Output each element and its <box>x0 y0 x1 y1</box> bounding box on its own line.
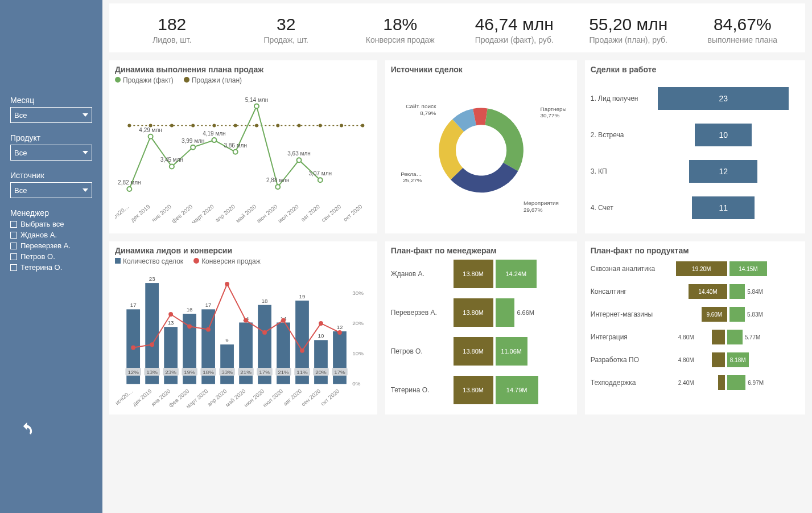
pf-manager-row: Петров О.13.80M11.06M <box>391 335 571 368</box>
svg-point-100 <box>131 346 135 350</box>
svg-text:ноя20…: ноя20… <box>115 388 134 406</box>
svg-point-13 <box>149 134 153 139</box>
panel-pf-managers: План-факт по менеджерам Жданов А.13.80M1… <box>385 241 577 414</box>
pf-fact-value: 5.83M <box>745 311 765 318</box>
manager-option-label: Жданов А. <box>20 231 57 239</box>
manager-option[interactable]: Жданов А. <box>10 231 92 239</box>
kpi-card: 182Лидов, шт. <box>115 15 229 44</box>
pf-product-row: Сквозная аналитика19.20M14.15M <box>591 257 799 280</box>
svg-text:20%: 20% <box>352 320 364 326</box>
checkbox-icon <box>10 264 17 271</box>
kpi-value: 84,67% <box>686 15 800 34</box>
kpi-value: 182 <box>115 15 229 34</box>
pf-manager-label: Жданов А. <box>391 270 454 278</box>
filter-manager-label: Менеджер <box>10 208 92 217</box>
filter-month-label: Месяц <box>10 96 92 105</box>
manager-option[interactable]: Тетерина О. <box>10 263 92 272</box>
manager-select-all[interactable]: Выбрать все <box>10 220 92 228</box>
svg-text:9: 9 <box>225 337 228 343</box>
svg-text:4,29 млн: 4,29 млн <box>139 127 162 133</box>
funnel-stage-label: 3. КП <box>591 167 648 175</box>
filter-month-dropdown[interactable]: Все <box>10 107 92 123</box>
svg-point-16 <box>212 138 216 142</box>
pf-fact-value: 5.84M <box>745 289 765 295</box>
checkbox-icon <box>10 232 17 239</box>
svg-text:29,67%: 29,67% <box>524 207 543 213</box>
pf-product-label: Интеграция <box>591 333 676 341</box>
svg-text:18%: 18% <box>203 369 214 375</box>
pf-plan-bar: 9.60M <box>702 307 727 322</box>
svg-text:17%: 17% <box>334 369 345 375</box>
svg-text:сен 2020: сен 2020 <box>320 203 343 223</box>
filter-source-dropdown[interactable]: Все <box>10 182 92 198</box>
svg-point-111 <box>337 330 342 335</box>
manager-option[interactable]: Переверзев А. <box>10 241 92 250</box>
svg-point-101 <box>150 342 154 347</box>
funnel-stage-bar: 10 <box>695 124 752 146</box>
pf-plan-value: 4.80M <box>676 357 696 363</box>
svg-text:16: 16 <box>187 306 193 313</box>
svg-point-106 <box>244 318 248 323</box>
svg-text:апр 2020: апр 2020 <box>214 203 236 223</box>
svg-rect-72 <box>314 340 328 384</box>
pf-fact-value: 5.77M <box>743 334 763 340</box>
svg-text:19: 19 <box>299 293 306 299</box>
svg-point-108 <box>281 318 286 323</box>
svg-point-110 <box>319 321 323 326</box>
svg-text:3,63 млн: 3,63 млн <box>287 150 310 157</box>
svg-text:2,88 млн: 2,88 млн <box>266 177 289 183</box>
svg-text:3,99 млн: 3,99 млн <box>182 138 204 144</box>
pf-product-row: Разработка ПО4.80M8.18M <box>591 348 799 371</box>
svg-point-21 <box>318 178 323 182</box>
svg-point-19 <box>275 184 280 189</box>
svg-text:23: 23 <box>149 276 155 282</box>
svg-text:сен 2020: сен 2020 <box>300 388 321 408</box>
svg-point-17 <box>233 150 238 154</box>
pf-plan-bar <box>712 352 725 367</box>
pf-plan-bar: 19.20M <box>676 261 727 276</box>
svg-text:2,82 млн: 2,82 млн <box>118 179 141 186</box>
svg-text:окт 2020: окт 2020 <box>342 203 364 223</box>
legend-fact: Продажи (факт) <box>123 76 174 84</box>
filter-product-label: Продукт <box>10 133 92 142</box>
svg-point-105 <box>225 282 229 286</box>
back-button[interactable] <box>19 422 34 439</box>
chevron-down-icon <box>83 151 88 154</box>
pf-plan-bar <box>712 330 725 344</box>
svg-text:3,07 млн: 3,07 млн <box>309 170 332 177</box>
legend-plan: Продажи (план) <box>192 76 242 84</box>
pf-manager-row: Жданов А.13.80M14.24M <box>391 257 571 290</box>
pf-product-label: Сквозная аналитика <box>591 265 676 273</box>
funnel-stage: 1. Лид получен23 <box>591 85 799 112</box>
funnel-stage-bar: 23 <box>658 87 789 110</box>
funnel-stage-bar: 11 <box>692 196 755 219</box>
pf-product-row: Интернет-магазины9.60M5.83M <box>591 303 799 326</box>
filter-product-dropdown[interactable]: Все <box>10 145 92 161</box>
leads-conv-legend: Количество сделок Конверсия продаж <box>115 257 372 265</box>
svg-text:дек 2019: дек 2019 <box>130 203 152 223</box>
pf-plan-value: 2.40M <box>676 380 696 386</box>
kpi-value: 46,74 млн <box>457 15 572 34</box>
pf-plan-value: 4.80M <box>676 334 696 340</box>
kpi-label: выполнение плана <box>686 35 800 44</box>
svg-point-5 <box>234 124 237 127</box>
panel-title: Сделки в работе <box>591 65 799 74</box>
svg-text:ноя20…: ноя20… <box>115 203 130 222</box>
kpi-label: Конверсия продаж <box>343 35 457 44</box>
pf-fact-value: 6.97M <box>745 380 766 386</box>
svg-text:30,77%: 30,77% <box>540 112 559 118</box>
deal-sources-chart: Партнеры30,77%Мероприятия29,67%Рекла…25,… <box>391 76 571 219</box>
svg-point-20 <box>297 158 302 162</box>
svg-rect-74 <box>333 331 347 384</box>
svg-text:17: 17 <box>130 302 137 308</box>
sales-plan-legend: Продажи (факт) Продажи (план) <box>115 76 372 84</box>
kpi-value: 32 <box>229 15 344 34</box>
pf-product-label: Интернет-магазины <box>591 310 676 318</box>
pf-fact-bar: 11.06M <box>496 337 527 366</box>
dashboard-main: 182Лидов, шт.32Продаж, шт.18%Конверсия п… <box>102 0 812 513</box>
funnel-stage: 2. Встреча10 <box>591 122 799 148</box>
svg-point-11 <box>361 124 364 127</box>
svg-text:5,14 млн: 5,14 млн <box>245 97 268 103</box>
manager-option[interactable]: Петров О. <box>10 252 92 261</box>
filters-sidebar: Месяц Все Продукт Все Источник Все Менед… <box>0 0 102 513</box>
